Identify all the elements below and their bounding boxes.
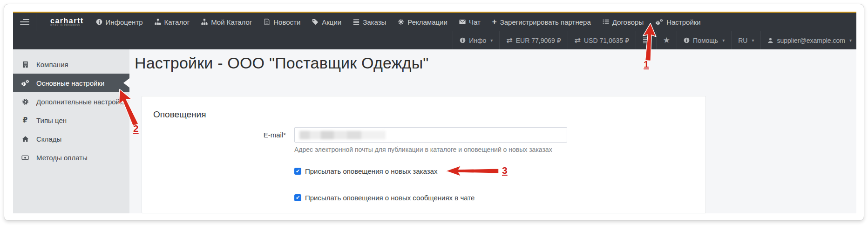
sidebar-item-label: Склады <box>36 135 61 143</box>
chat-messages-notification-row: ✔ Присылать оповещения о новых сообщения… <box>294 194 475 202</box>
sidebar-toggle-button[interactable] <box>13 13 36 31</box>
checkbox-new-orders[interactable]: ✔ <box>294 168 301 175</box>
gear-icon <box>21 98 29 105</box>
nav-label: Новости <box>273 18 300 26</box>
info-circle-icon <box>96 19 102 25</box>
banknote-icon <box>21 154 29 161</box>
exchange-icon: ⇄ <box>575 36 581 45</box>
sidebar-item-general-settings[interactable]: Основные настройки <box>13 74 129 92</box>
nav-item-claims[interactable]: Рекламации <box>398 18 448 26</box>
nav-item-promotions[interactable]: Акции <box>312 18 341 26</box>
email-label: E-mail* <box>142 131 286 139</box>
document-icon <box>264 19 270 25</box>
tag-icon <box>312 19 319 25</box>
sidebar-item-label: Методы оплаты <box>36 154 88 162</box>
annotation-step-2: 2 <box>133 123 139 134</box>
utility-favorites-button[interactable]: ★ <box>656 31 677 49</box>
lines-icon <box>353 19 359 25</box>
nav-item-contracts[interactable]: Договоры <box>603 18 644 26</box>
star-icon: ★ <box>663 35 670 45</box>
settings-sidebar: Компания Основные настройки Дополнительн… <box>13 49 129 213</box>
info-circle-icon <box>460 37 466 43</box>
sidebar-item-label: Типы цен <box>36 116 67 124</box>
utility-info-menu[interactable]: Инфо ▾ <box>453 31 499 49</box>
brand-name: carhartt <box>50 17 84 24</box>
sitemap-icon <box>201 19 208 25</box>
burst-icon <box>398 19 404 25</box>
chevron-down-icon: ▾ <box>490 38 493 43</box>
chevron-down-icon: ▾ <box>752 38 754 43</box>
gears-icon <box>21 80 29 87</box>
nav-item-catalog[interactable]: Каталог <box>155 18 190 26</box>
nav-item-infocenter[interactable]: Инфоцентр <box>96 18 143 26</box>
main-nav: Инфоцентр Каталог Мой Каталог Новос <box>96 13 701 31</box>
notifications-panel: Оповещения E-mail* Адрес электронной поч… <box>142 96 706 213</box>
main-nav-row: carhartt WORK IN PROGRESS Инфоцентр Ката… <box>13 13 856 31</box>
checkbox-new-orders-label: Присылать оповещения о новых заказах <box>305 167 437 175</box>
nav-item-register-partner[interactable]: + Зарегистрировать партнера <box>492 18 591 26</box>
nav-item-chat[interactable]: Чат <box>459 18 481 26</box>
utility-label: Помощь <box>693 37 718 44</box>
nav-label: Рекламации <box>407 18 448 26</box>
annotation-arrow-3-orders-checkbox <box>445 164 500 178</box>
nav-label: Мой Каталог <box>211 18 252 26</box>
nav-item-news[interactable]: Новости <box>264 18 300 26</box>
nav-item-my-catalog[interactable]: Мой Каталог <box>201 18 252 26</box>
ruble-icon: ₽ <box>21 116 29 124</box>
home-icon <box>21 136 29 143</box>
nav-label: Чат <box>469 18 481 26</box>
page-title: Настройки - ООО "Поставщик Одежды" <box>135 54 429 72</box>
list-alt-icon <box>603 19 609 25</box>
utility-label: Инфо <box>469 37 486 44</box>
nav-item-settings[interactable]: Настройки <box>655 18 701 26</box>
nav-item-orders[interactable]: Заказы <box>353 18 386 26</box>
sidebar-item-price-types[interactable]: ₽ Типы цен <box>13 111 129 130</box>
hamburger-icon <box>20 18 29 26</box>
utility-user-menu[interactable]: supplier@example.com ▾ <box>760 31 856 49</box>
chevron-down-icon: ▾ <box>849 38 852 43</box>
app-body: Компания Основные настройки Дополнительн… <box>13 49 856 213</box>
envelope-icon <box>459 19 466 25</box>
sidebar-item-company[interactable]: Компания <box>13 55 129 74</box>
email-input[interactable] <box>294 127 567 143</box>
sidebar-item-warehouses[interactable]: Склады <box>13 130 129 148</box>
info-circle-icon <box>684 37 690 43</box>
nav-label: Каталог <box>164 18 190 26</box>
chevron-down-icon: ▾ <box>722 38 725 43</box>
sidebar-item-label: Компания <box>36 61 68 68</box>
utility-help-menu[interactable]: Помощь ▾ <box>677 31 731 49</box>
exchange-icon: ⇄ <box>506 36 512 45</box>
content-area: Настройки - ООО "Поставщик Одежды" Опове… <box>129 49 856 213</box>
sidebar-item-payment-methods[interactable]: Методы оплаты <box>13 148 129 167</box>
nav-label: Договоры <box>612 18 644 26</box>
usd-rate-value: USD 71,0635 ₽ <box>584 37 629 44</box>
brand-tagline: WORK IN PROGRESS <box>50 24 84 27</box>
brand-logo[interactable]: carhartt WORK IN PROGRESS <box>50 13 84 31</box>
utility-eur-rate[interactable]: ⇄ EUR 77,9069 ₽ <box>499 31 567 49</box>
nav-label: Зарегистрировать партнера <box>500 18 591 26</box>
checkbox-chat-messages[interactable]: ✔ <box>294 194 301 201</box>
building-icon <box>21 61 29 68</box>
screenshot-page: carhartt WORK IN PROGRESS Инфоцентр Ката… <box>0 0 868 225</box>
utility-nav-row: Инфо ▾ ⇄ EUR 77,9069 ₽ ⇄ USD 71,0635 ₽ <box>13 31 856 49</box>
nav-label: Инфоцентр <box>106 18 143 26</box>
nav-label: Настройки <box>666 18 701 26</box>
annotation-step-1: 1 <box>644 59 649 70</box>
nav-label: Заказы <box>363 18 386 26</box>
panel-heading: Оповещения <box>153 109 206 120</box>
utility-usd-rate[interactable]: ⇄ USD 71,0635 ₽ <box>568 31 636 49</box>
language-value: RU <box>738 37 747 44</box>
nav-label: Акции <box>322 18 341 26</box>
top-navigation-bar: carhartt WORK IN PROGRESS Инфоцентр Ката… <box>13 12 856 49</box>
checkbox-chat-messages-label: Присылать оповещения о новых сообщениях … <box>305 194 475 202</box>
sidebar-item-label: Основные настройки <box>36 79 104 87</box>
email-help-text: Адрес электронной почты для публикации в… <box>294 146 552 153</box>
redacted-email-value <box>299 131 386 139</box>
annotation-arrow-1-settings <box>638 22 660 62</box>
new-orders-notification-row: ✔ Присылать оповещения о новых заказах <box>294 167 437 175</box>
user-email: supplier@example.com <box>777 37 845 44</box>
annotation-step-3: 3 <box>502 165 508 176</box>
eur-rate-value: EUR 77,9069 ₽ <box>516 37 561 44</box>
utility-language-menu[interactable]: RU ▾ <box>731 31 760 49</box>
plus-icon: + <box>492 19 497 25</box>
